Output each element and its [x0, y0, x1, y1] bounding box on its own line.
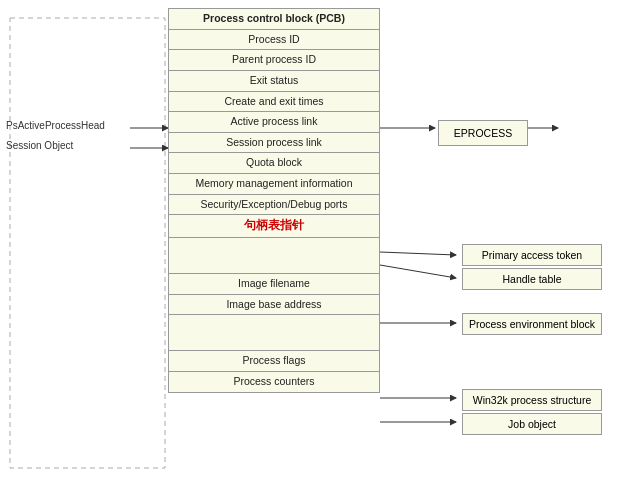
handle-table-box: Handle table	[462, 268, 602, 290]
cell-process-flags: Process flags	[168, 351, 380, 372]
cell-quota-block: Quota block	[168, 153, 380, 174]
cell-create-exit-times: Create and exit times	[168, 92, 380, 113]
cell-active-process-link: Active process link	[168, 112, 380, 133]
win32k-process-box: Win32k process structure	[462, 389, 602, 411]
pcb-header: Process control block (PCB)	[168, 8, 380, 30]
cell-parent-process-id: Parent process ID	[168, 50, 380, 71]
primary-access-token-box: Primary access token	[462, 244, 602, 266]
svg-rect-0	[10, 18, 165, 468]
svg-line-5	[380, 252, 456, 255]
cell-process-counters: Process counters	[168, 372, 380, 393]
cell-empty1	[168, 238, 380, 274]
session-object-label: Session Object	[6, 140, 73, 151]
cell-security: Security/Exception/Debug ports	[168, 195, 380, 216]
diagram: PsActiveProcessHead Session Object Proce…	[0, 0, 620, 500]
cell-image-filename: Image filename	[168, 274, 380, 295]
cell-session-process-link: Session process link	[168, 133, 380, 154]
cell-handle-ptr: 句柄表指针	[168, 215, 380, 238]
ps-active-head-label: PsActiveProcessHead	[6, 120, 105, 131]
pcb-column: Process control block (PCB) Process ID P…	[168, 8, 380, 393]
cell-exit-status: Exit status	[168, 71, 380, 92]
cell-memory-mgmt: Memory management information	[168, 174, 380, 195]
svg-line-6	[380, 265, 456, 278]
job-object-box: Job object	[462, 413, 602, 435]
eprocess-box: EPROCESS	[438, 120, 528, 146]
cell-image-base: Image base address	[168, 295, 380, 316]
cell-process-id: Process ID	[168, 30, 380, 51]
cell-empty2	[168, 315, 380, 351]
process-env-block-box: Process environment block	[462, 313, 602, 335]
